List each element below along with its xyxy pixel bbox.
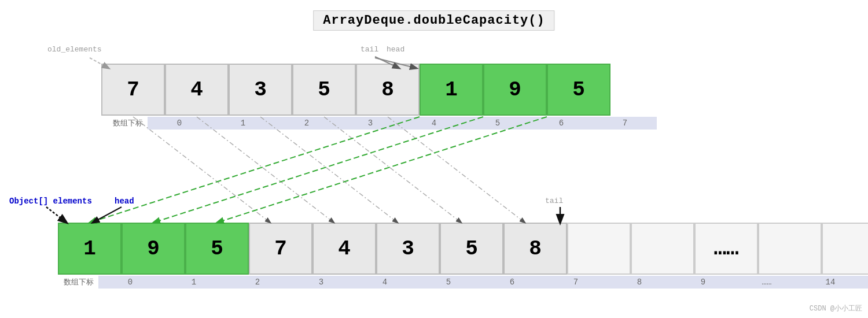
top-index-cell: 5 [466,117,529,130]
svg-line-3 [197,117,334,223]
top-index-cell: 0 [148,117,211,130]
top-array-cell: 5 [547,64,610,116]
head-top-label: head [387,45,404,54]
top-index-cell: 2 [275,117,339,130]
bottom-index-cell: 4 [353,276,417,289]
bottom-index-label: 数组下标 [58,276,98,289]
bottom-index-cell: …… [735,276,799,289]
bottom-index-cell: 14 [799,276,862,289]
bottom-index-cell: 8 [608,276,671,289]
svg-line-10 [93,207,122,223]
svg-line-11 [46,207,67,223]
svg-line-9 [217,117,547,223]
head-bottom-label: head [115,197,134,206]
bottom-array-cell: 7 [249,223,312,275]
bottom-array: 19574358…… 数组下标 0123456789……1415 [58,223,868,289]
bottom-index-cell: 7 [544,276,608,289]
bottom-array-cell [758,223,822,275]
bottom-index-cell: 1 [162,276,226,289]
bottom-array-cell: …… [694,223,758,275]
old-elements-label: old_elements [47,45,102,54]
top-array-cell: 9 [483,64,547,116]
bottom-index-cell: 5 [417,276,480,289]
top-index-cell: 1 [211,117,275,130]
bottom-index-cell: 15 [862,276,868,289]
top-array-cell: 7 [101,64,165,116]
bottom-array-cell: 4 [312,223,376,275]
top-array-cell: 4 [165,64,229,116]
svg-line-4 [260,117,398,223]
bottom-index-cell: 3 [289,276,353,289]
top-array-cell: 1 [420,64,483,116]
tail-top-label: tail [361,45,378,54]
tail-bottom-label: tail [545,197,563,205]
bottom-array-cell: 5 [440,223,503,275]
bottom-index-cell: 0 [98,276,162,289]
bottom-array-cell: 3 [376,223,440,275]
top-array: 74358195 数组下标 01234567 [101,64,657,130]
bottom-array-cell [631,223,694,275]
top-index-label: 数组下标 [101,117,148,130]
svg-line-6 [388,117,525,223]
top-array-cell: 5 [292,64,356,116]
svg-line-5 [324,117,461,223]
watermark: CSDN @小小工匠 [810,304,862,313]
bottom-index-cell: 6 [480,276,544,289]
svg-line-2 [133,117,270,223]
top-index-cell: 6 [529,117,593,130]
bottom-array-cell [822,223,868,275]
bottom-array-cell: 8 [503,223,567,275]
top-index-cell: 7 [593,117,657,130]
bottom-array-cell [567,223,631,275]
object-elements-label: Object[] elements [9,197,92,206]
bottom-index-cell: 2 [226,276,289,289]
bottom-index-cell: 9 [671,276,735,289]
top-index-cell: 4 [402,117,466,130]
top-array-cell: 3 [229,64,292,116]
svg-line-7 [90,117,420,223]
top-array-cell: 8 [356,64,420,116]
svg-line-8 [153,117,483,223]
bottom-array-cell: 1 [58,223,122,275]
bottom-array-cell: 9 [122,223,185,275]
top-index-cell: 3 [339,117,402,130]
page-title: ArrayDeque.doubleCapacity() [313,10,554,31]
bottom-array-cell: 5 [185,223,249,275]
